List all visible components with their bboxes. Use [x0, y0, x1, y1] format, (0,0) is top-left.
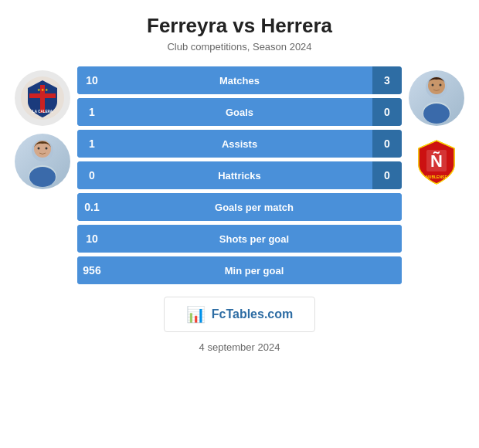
svg-point-8	[29, 167, 56, 187]
hattricks-left-value: 0	[77, 161, 107, 189]
fctables-branding: 📊 FcTables.com	[164, 297, 316, 332]
svg-point-12	[432, 84, 434, 87]
matches-right-value: 3	[372, 66, 402, 94]
content-row: ★ ★ ★ LA CALERA	[8, 66, 471, 284]
svg-point-7	[46, 148, 48, 150]
goals-label: Goals	[107, 98, 372, 126]
assists-label: Assists	[107, 130, 372, 158]
assists-right-value: 0	[372, 130, 402, 158]
goals-right-value: 0	[372, 98, 402, 126]
svg-text:LA CALERA: LA CALERA	[32, 110, 53, 114]
stat-row-hattricks: 0 Hattricks 0	[77, 161, 402, 189]
stat-row-goals-per-match: 0.1 Goals per match	[77, 193, 402, 221]
matches-label: Matches	[107, 66, 372, 94]
spg-label: Shots per goal	[107, 225, 402, 253]
stat-row-min-per-goal: 956 Min per goal	[77, 256, 402, 284]
goals-left-value: 1	[77, 98, 107, 126]
svg-text:Ñ: Ñ	[430, 151, 443, 171]
right-player-photo	[409, 70, 464, 126]
match-date: 4 september 2024	[199, 341, 280, 353]
hattricks-right-value: 0	[372, 161, 402, 189]
ulc-logo-svg: ★ ★ ★ LA CALERA	[19, 74, 66, 122]
gpm-value: 0.1	[77, 193, 107, 221]
assists-left-value: 1	[77, 130, 107, 158]
stat-row-matches: 10 Matches 3	[77, 66, 402, 94]
nublense-logo-svg: Ñ NUBLENSE	[413, 137, 460, 185]
svg-text:★ ★ ★: ★ ★ ★	[37, 87, 49, 92]
svg-point-13	[440, 84, 442, 87]
matches-left-value: 10	[77, 66, 107, 94]
svg-point-6	[38, 148, 40, 150]
svg-text:NUBLENSE: NUBLENSE	[426, 175, 447, 179]
herrera-photo	[409, 70, 464, 126]
main-container: Ferreyra vs Herrera Club competitions, S…	[0, 0, 479, 448]
chart-icon: 📊	[186, 305, 206, 324]
stat-row-assists: 1 Assists 0	[77, 130, 402, 158]
player-silhouette	[15, 134, 70, 189]
stat-row-shots-per-goal: 10 Shots per goal	[77, 225, 402, 253]
mpg-value: 956	[77, 256, 107, 284]
hattricks-label: Hattricks	[107, 161, 372, 189]
spg-value: 10	[77, 225, 107, 253]
fctables-label: FcTables.com	[212, 307, 294, 321]
left-player-photo	[15, 134, 70, 189]
right-column: Ñ NUBLENSE	[402, 66, 471, 189]
mpg-label: Min per goal	[107, 256, 402, 284]
gpm-label: Goals per match	[107, 193, 402, 221]
svg-point-14	[423, 104, 450, 124]
right-team-logo: Ñ NUBLENSE	[409, 134, 464, 189]
stats-column: 10 Matches 3 1 Goals 0 1 Assists 0 0 Hat…	[77, 66, 402, 284]
left-team-logo: ★ ★ ★ LA CALERA	[15, 70, 70, 126]
match-title: Ferreyra vs Herrera	[147, 14, 332, 38]
left-column: ★ ★ ★ LA CALERA	[8, 66, 77, 189]
stat-row-goals: 1 Goals 0	[77, 98, 402, 126]
match-subtitle: Club competitions, Season 2024	[167, 41, 311, 53]
